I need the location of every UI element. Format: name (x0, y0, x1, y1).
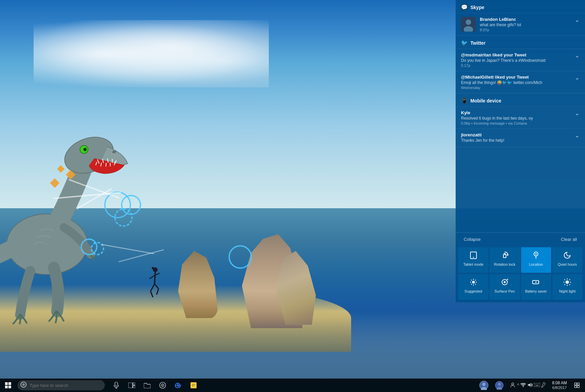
svg-point-17 (473, 257, 474, 258)
wifi-icon[interactable] (520, 383, 526, 388)
tablet-mode-icon (469, 251, 477, 260)
mobile-message-1: Resolved 6 bugs in the last two days, oy (461, 116, 572, 121)
svg-point-36 (566, 280, 569, 284)
clock-date: 6/8/2017 (552, 386, 567, 390)
notification-group-mobile: 📱 Mobile device Kyle Resolved 6 bugs in … (456, 93, 585, 147)
svg-rect-54 (128, 383, 132, 388)
pen-icon[interactable] (541, 382, 546, 389)
user-icon[interactable] (492, 379, 507, 392)
svg-point-14 (466, 19, 471, 25)
skype-notif-content-1: Brandon LeBlanc what are these gifs? lol… (480, 17, 572, 32)
svg-line-29 (471, 284, 472, 285)
suggested-icon (469, 278, 477, 287)
twitter-notification-1[interactable]: @msdmairitan liked your Tweet Do you liv… (456, 49, 585, 71)
clouds (34, 20, 269, 87)
skype-group-header[interactable]: 💬 Skype (456, 0, 585, 13)
keyboard-icon[interactable] (534, 383, 540, 388)
tile-battery-saver[interactable]: Battery saver (521, 274, 551, 300)
skype-message-1: what are these gifs? lol (480, 23, 572, 27)
skype-avatar-1 (461, 17, 476, 32)
svg-line-6 (155, 272, 155, 284)
mobile-group-header[interactable]: 📱 Mobile device (456, 93, 585, 106)
mobile-notification-2[interactable]: jlorenzatti Thanks Jen for the help! ⌄ (456, 129, 585, 147)
suggested-label: Suggested (464, 289, 482, 294)
twitter-group-header[interactable]: 🐦 Twitter (456, 36, 585, 49)
avatar-button[interactable] (476, 379, 491, 392)
twitter-expand-1[interactable]: ⌄ (575, 52, 580, 58)
twitter-sender-2: @MichaelGillett liked your Tweet (461, 75, 572, 80)
svg-line-43 (570, 279, 570, 280)
svg-line-41 (565, 279, 565, 280)
location-icon (532, 251, 540, 260)
groove-music-button[interactable] (155, 379, 170, 392)
tile-rotation-lock[interactable]: Rotation lock (490, 247, 519, 273)
tile-suggested[interactable]: Suggested (458, 274, 488, 300)
mobile-sender-2: jlorenzatti (461, 132, 572, 137)
volume-icon[interactable] (527, 382, 533, 389)
tile-tablet-mode[interactable]: Tablet mode (458, 247, 488, 273)
notification-center-button[interactable] (570, 379, 584, 392)
mobile-time-1: 5:06p • Incoming message • via Cortana (461, 121, 572, 125)
mobile-notification-1[interactable]: Kyle Resolved 6 bugs in the last two day… (456, 106, 585, 129)
chevron-up-icon[interactable]: ^ (517, 383, 519, 388)
twitter-notif-content-1: @msdmairitan liked your Tweet Do you liv… (461, 52, 572, 68)
running-person (148, 267, 161, 305)
file-explorer-button[interactable] (140, 379, 155, 392)
tile-night-light[interactable]: Night light (552, 274, 582, 300)
tile-quiet-hours[interactable]: Quiet hours (552, 247, 582, 273)
svg-rect-79 (575, 386, 577, 388)
skype-expand-1[interactable]: ⌄ (575, 17, 580, 23)
start-button[interactable] (0, 379, 16, 392)
collapse-button[interactable]: Collapse (461, 235, 484, 243)
svg-point-59 (162, 385, 163, 386)
svg-line-26 (471, 280, 472, 280)
mobile-expand-2[interactable]: ⌄ (575, 132, 580, 138)
quick-actions-grid: Tablet mode Rotation lock L (456, 246, 585, 302)
night-light-label: Night light (559, 289, 576, 294)
svg-line-27 (475, 284, 476, 285)
sticky-notes-button[interactable] (186, 379, 201, 392)
twitter-icon: 🐦 (461, 40, 468, 46)
svg-rect-56 (133, 386, 135, 388)
clock[interactable]: 8:08 AM 6/8/2017 (549, 379, 570, 392)
svg-rect-19 (503, 255, 506, 258)
mobile-icon: 📱 (461, 97, 468, 104)
taskbar: ^ (0, 379, 585, 392)
skype-sender-1: Brandon LeBlanc (480, 17, 572, 22)
tile-location[interactable]: Location (521, 247, 551, 273)
svg-line-12 (157, 289, 159, 295)
mic-button[interactable] (109, 379, 124, 392)
svg-line-44 (565, 284, 565, 285)
svg-line-9 (151, 284, 155, 291)
quiet-hours-label: Quiet hours (558, 262, 577, 267)
twitter-message-2: Emoji all the things! 😜🐦🐦 twitter.com/Mi… (461, 80, 572, 85)
water-reflection (0, 318, 585, 379)
svg-rect-71 (534, 383, 540, 387)
svg-point-31 (504, 281, 506, 283)
edge-browser-button[interactable] (171, 379, 185, 392)
twitter-notif-content-2: @MichaelGillett liked your Tweet Emoji a… (461, 75, 572, 90)
task-view-button[interactable] (124, 379, 139, 392)
mobile-message-2: Thanks Jen for the help! (461, 138, 572, 143)
twitter-notification-2[interactable]: @MichaelGillett liked your Tweet Emoji a… (456, 71, 585, 93)
people-icon[interactable] (510, 382, 515, 389)
svg-point-3 (83, 148, 87, 151)
tile-surface-pen[interactable]: Surface Pen (490, 274, 519, 300)
svg-line-42 (570, 284, 570, 285)
mobile-expand-1[interactable]: ⌄ (575, 110, 580, 116)
skype-notification-1[interactable]: Brandon LeBlanc what are these gifs? lol… (456, 13, 585, 35)
systray-area: ^ (507, 382, 549, 389)
search-input[interactable] (17, 380, 105, 390)
clear-all-button[interactable]: Clear all (558, 235, 580, 243)
twitter-message-1: Do you live in Japan? There's a #Windows… (461, 58, 572, 63)
svg-point-65 (482, 383, 486, 386)
twitter-time-1: 5:17p (461, 63, 572, 68)
svg-marker-18 (506, 254, 508, 256)
twitter-expand-2[interactable]: ⌄ (575, 75, 580, 81)
night-light-icon (563, 278, 571, 287)
mobile-sender-1: Kyle (461, 110, 572, 115)
svg-line-32 (507, 279, 508, 280)
svg-rect-78 (577, 383, 579, 385)
svg-line-28 (475, 280, 476, 280)
search-bar[interactable] (17, 380, 105, 390)
